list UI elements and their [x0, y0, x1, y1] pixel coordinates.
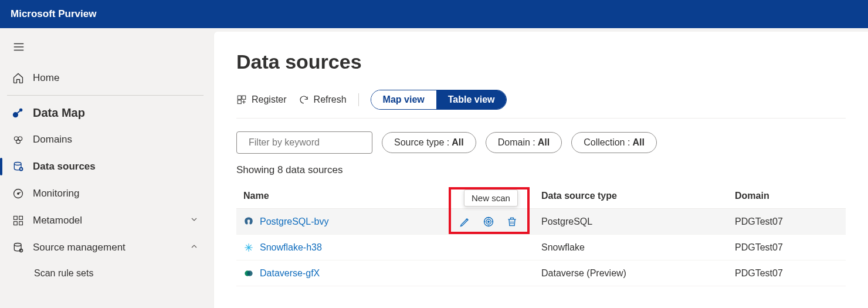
sidebar: Home Data Map Domains Data sources	[0, 28, 214, 308]
refresh-icon	[299, 94, 309, 105]
row-domain: PDGTest07	[735, 268, 846, 279]
table-row[interactable]: PostgreSQL-bvy New scan	[236, 209, 846, 235]
svg-point-9	[14, 163, 21, 165]
menu-icon	[12, 40, 25, 53]
datasources-icon	[12, 160, 25, 173]
hamburger-button[interactable]	[9, 38, 28, 56]
view-toggle: Map view Table view	[371, 90, 507, 110]
app-header: Microsoft Purview	[0, 0, 868, 28]
filter-collection[interactable]: Collection : All	[571, 132, 657, 153]
row-type: Dataverse (Preview)	[541, 268, 735, 279]
filter-sourcetype[interactable]: Source type : All	[382, 132, 476, 153]
domains-icon	[12, 133, 25, 146]
row-domain: PDGTest07	[735, 216, 846, 227]
nav-label: Domains	[33, 134, 72, 145]
sidebar-child-scanrulesets[interactable]: Scan rule sets	[7, 261, 214, 286]
svg-rect-21	[238, 100, 241, 104]
result-count: Showing 8 data sources	[236, 164, 846, 176]
datamap-icon	[12, 106, 25, 119]
col-domain-header[interactable]: Domain	[735, 191, 846, 201]
nav-label: Source management	[33, 242, 126, 253]
pencil-icon	[459, 216, 471, 228]
page-title: Data sources	[236, 50, 846, 73]
sidebar-item-sourcemanagement[interactable]: Source management	[7, 234, 214, 261]
svg-point-27	[247, 270, 252, 276]
row-name-link[interactable]: PostgreSQL-bvy	[260, 216, 328, 227]
edit-button[interactable]	[459, 215, 472, 228]
row-name-link[interactable]: Snowflake-h38	[260, 242, 322, 253]
new-scan-button[interactable]	[482, 215, 495, 228]
scan-icon	[483, 216, 494, 228]
button-label: Refresh	[314, 94, 347, 105]
postgresql-icon	[243, 216, 254, 227]
col-type-header[interactable]: Data source type	[541, 191, 735, 201]
nav-label: Data Map	[33, 106, 85, 120]
separator	[358, 93, 359, 106]
row-name-link[interactable]: Dataverse-gfX	[260, 268, 320, 279]
home-icon	[12, 72, 25, 84]
svg-rect-15	[14, 222, 18, 225]
row-type: Snowflake	[541, 242, 735, 253]
table-row[interactable]: Snowflake-h38 Snowflake PDGTest07	[236, 235, 846, 260]
nav-home[interactable]: Home	[7, 65, 214, 92]
row-domain: PDGTest07	[735, 242, 846, 253]
svg-rect-13	[14, 216, 18, 220]
filter-label: Source type :	[394, 137, 449, 148]
nav-section-datamap[interactable]: Data Map	[7, 99, 214, 126]
svg-rect-20	[242, 96, 246, 99]
table-header: Name Data source type Domain	[236, 183, 846, 209]
tooltip: New scan	[464, 189, 518, 207]
filter-bar: Source type : All Domain : All Collectio…	[236, 131, 846, 154]
sidebar-item-datasources[interactable]: Data sources	[7, 153, 214, 180]
nav-label: Metamodel	[33, 215, 82, 226]
data-table: Name Data source type Domain PostgreSQL-…	[236, 183, 846, 286]
filter-label: Domain :	[498, 137, 535, 148]
nav-label: Home	[33, 72, 59, 84]
app-title: Microsoft Purview	[11, 8, 96, 20]
svg-point-17	[14, 243, 21, 246]
toolbar: Register Refresh Map view Table view	[236, 90, 846, 119]
row-type: PostgreSQL	[541, 216, 735, 227]
divider	[7, 95, 204, 96]
button-label: Register	[252, 94, 287, 105]
svg-rect-19	[238, 96, 241, 99]
sidebar-item-domains[interactable]: Domains	[7, 126, 214, 153]
svg-rect-16	[19, 222, 23, 225]
filter-value: All	[632, 137, 644, 148]
filter-domain[interactable]: Domain : All	[486, 132, 562, 153]
filter-keyword-field[interactable]	[236, 131, 372, 154]
chevron-down-icon	[189, 215, 199, 227]
dataverse-icon	[243, 268, 254, 279]
filter-value: All	[452, 137, 463, 148]
filter-value: All	[538, 137, 550, 148]
filter-input[interactable]	[247, 137, 367, 148]
chevron-up-icon	[189, 242, 199, 254]
sidebar-item-monitoring[interactable]: Monitoring	[7, 180, 214, 207]
sourcemanagement-icon	[12, 241, 25, 254]
filter-label: Collection :	[584, 137, 630, 148]
svg-rect-14	[19, 216, 23, 220]
delete-button[interactable]	[506, 215, 518, 228]
svg-line-5	[17, 111, 20, 113]
trash-icon	[506, 216, 518, 228]
register-icon	[236, 94, 247, 105]
main-pane: Data sources Register Refresh Map view T…	[214, 32, 868, 308]
svg-point-25	[488, 221, 490, 222]
map-view-toggle[interactable]: Map view	[371, 90, 436, 109]
monitoring-icon	[12, 187, 25, 200]
table-row[interactable]: Dataverse-gfX Dataverse (Preview) PDGTes…	[236, 260, 846, 286]
table-view-toggle[interactable]: Table view	[436, 90, 507, 109]
snowflake-icon	[243, 242, 254, 253]
metamodel-icon	[12, 214, 25, 227]
nav-label: Scan rule sets	[34, 268, 93, 279]
nav-label: Data sources	[33, 161, 96, 172]
sidebar-item-metamodel[interactable]: Metamodel	[7, 207, 214, 234]
refresh-button[interactable]: Refresh	[299, 94, 347, 105]
nav-label: Monitoring	[33, 188, 79, 199]
svg-point-8	[16, 140, 21, 144]
register-button[interactable]: Register	[236, 94, 287, 105]
row-actions	[453, 213, 524, 231]
